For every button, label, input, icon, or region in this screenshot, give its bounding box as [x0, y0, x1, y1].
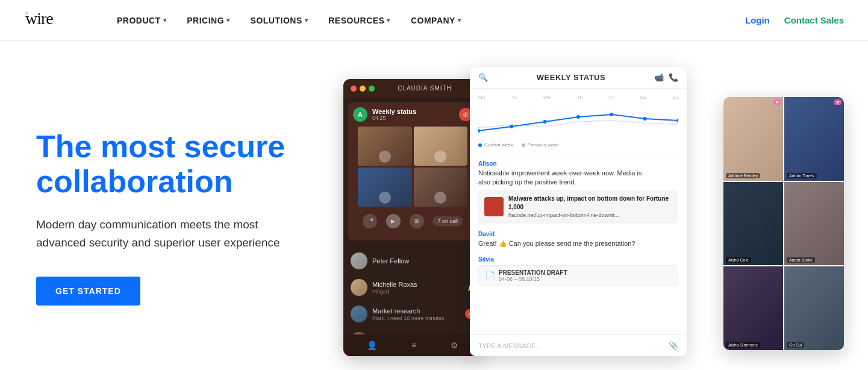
login-link[interactable]: Login: [745, 15, 770, 25]
msg-sender: David: [478, 231, 678, 237]
list-item[interactable]: Michelle Roxas Pinged 🔔: [343, 274, 482, 301]
video-participant: Adriane Bentley ♥: [723, 97, 783, 181]
participant-name: Aisha Cole: [726, 257, 751, 263]
video-call-icon[interactable]: 📹: [654, 73, 664, 82]
traffic-lights: [351, 86, 375, 92]
mute-button[interactable]: 🎤: [363, 214, 377, 228]
message-input-area: TYPE A MESSAGE... 📎: [470, 334, 687, 356]
chevron-down-icon: ▾: [305, 17, 308, 24]
svg-point-7: [643, 117, 647, 121]
logo-text: wire: [24, 8, 72, 32]
message: David Great! 👍 Can you please send me th…: [478, 231, 678, 248]
avatar: [351, 306, 367, 322]
svg-text:wire: wire: [25, 9, 53, 28]
weekly-chart: Mo Tu We Th Fr Sa Su: [470, 89, 687, 154]
pin-badge: ♥: [773, 99, 781, 105]
list-item[interactable]: Market research Marc: I need 10 more min…: [343, 301, 482, 327]
call-avatar: A: [353, 107, 367, 122]
chevron-down-icon: ▾: [163, 17, 167, 24]
tl-red: [351, 86, 357, 92]
video-button[interactable]: ▶: [386, 214, 401, 228]
svg-point-3: [510, 125, 513, 128]
nav-links: PRODUCT ▾ PRICING ▾ SOLUTIONS ▾ RESOURCE…: [108, 11, 745, 30]
participant-name: Aaron Burke: [787, 257, 815, 263]
file-icon: 📄: [485, 271, 495, 280]
file-attachment: 📄 PRESENTATION DRAFT 04-06 – 08.10/15: [478, 265, 678, 286]
article-url: hscode.net/up-impact-on-bottom-line-down…: [508, 212, 672, 219]
attach-icon[interactable]: 📎: [669, 341, 678, 350]
app-dark-panel: CLAUDIA SMITH A Weekly status 04:25 ✆: [343, 79, 482, 356]
hero-title: The most secure collaboration: [36, 130, 313, 198]
online-count: ...: [777, 343, 781, 348]
file-info: 04-06 – 08.10/15: [499, 276, 567, 282]
call-time: 04:25: [372, 115, 454, 121]
video-cell: [414, 127, 468, 166]
convo-name: Market research: [372, 307, 460, 315]
logo[interactable]: wire: [24, 8, 72, 32]
messages-area: Alison Noticeable improvement week-over-…: [470, 154, 687, 299]
phone-icon[interactable]: 📞: [669, 73, 678, 82]
video-cell: [414, 168, 468, 207]
active-call: A Weekly status 04:25 ✆ 🎤 ▶ ⊞: [348, 102, 477, 240]
participant-name: Adrian Torres: [787, 173, 817, 178]
nav-item-pricing[interactable]: PRICING ▾: [178, 11, 238, 30]
call-name: Weekly status: [372, 108, 454, 115]
search-icon[interactable]: 🔍: [478, 73, 488, 82]
msg-text: Great! 👍 Can you please send me the pres…: [478, 239, 647, 248]
app-light-header: 🔍 WEEKLY STATUS 📹 📞: [470, 67, 687, 89]
contact-sales-link[interactable]: Contact Sales: [784, 15, 844, 25]
article-thumb: [484, 197, 504, 216]
convo-name: Peter Fellow: [372, 257, 475, 265]
article-title: Malware attacks up, impact on bottom dow…: [508, 195, 672, 212]
chevron-down-icon: ▾: [226, 17, 230, 24]
app-bottom-nav: 👤 ≡ ⚙: [343, 334, 482, 356]
avatar: [351, 279, 367, 296]
message: Alison Noticeable improvement week-over-…: [478, 160, 678, 224]
msg-text: Noticeable improvement week-over-week no…: [478, 169, 647, 187]
svg-point-1: [25, 11, 28, 15]
call-count: 7 on call: [432, 216, 463, 226]
participant-name: Go Sul: [787, 342, 804, 348]
message-input[interactable]: TYPE A MESSAGE...: [478, 342, 664, 350]
svg-point-6: [610, 113, 613, 116]
navbar: wire PRODUCT ▾ PRICING ▾ SOLUTIONS ▾ RES…: [0, 0, 868, 41]
hero-illustration: CLAUDIA SMITH A Weekly status 04:25 ✆: [337, 67, 844, 368]
share-button[interactable]: ⊞: [410, 214, 424, 228]
nav-item-product[interactable]: PRODUCT ▾: [108, 11, 175, 30]
convo-name: Michelle Roxas: [372, 281, 463, 288]
hero-subtitle: Modern day communication meets the most …: [36, 216, 289, 252]
app-title: WEEKLY STATUS: [493, 73, 649, 82]
video-participant: Go Sul: [784, 266, 844, 350]
article-card: Malware attacks up, impact on bottom dow…: [478, 190, 678, 224]
file-name: PRESENTATION DRAFT: [499, 269, 567, 276]
video-participant: Aisha Cole: [723, 182, 783, 266]
app-dark-username: CLAUDIA SMITH: [398, 85, 452, 92]
settings-icon[interactable]: ⚙: [451, 340, 458, 350]
participant-name: Aisha Simmons: [726, 342, 760, 348]
nav-item-resources[interactable]: RESOURCES ▾: [320, 11, 399, 30]
nav-actions: Login Contact Sales: [745, 15, 844, 25]
video-participant: Adrian Torres ♥: [784, 97, 844, 181]
list-item[interactable]: Peter Fellow: [343, 248, 482, 274]
chevron-down-icon: ▾: [458, 17, 461, 24]
convo-last-msg: Marc: I need 10 more minutes: [372, 315, 460, 321]
hero-content: The most secure collaboration Modern day…: [36, 130, 337, 305]
video-grid: [358, 127, 467, 207]
msg-sender: Alison: [478, 160, 678, 167]
nav-item-company[interactable]: COMPANY ▾: [402, 11, 470, 30]
convo-last-msg: Pinged: [372, 289, 463, 295]
svg-point-8: [676, 119, 678, 122]
legend-previous: Previous week: [522, 142, 559, 148]
chats-icon[interactable]: ≡: [411, 340, 416, 350]
profile-icon[interactable]: 👤: [367, 340, 377, 350]
svg-point-4: [543, 120, 547, 124]
video-call-panel: Adriane Bentley ♥ Adrian Torres ♥ Aisha …: [723, 97, 844, 350]
app-light-panel: 🔍 WEEKLY STATUS 📹 📞 Mo Tu We Th Fr Sa Su: [470, 67, 687, 356]
avatar: [351, 252, 367, 269]
nav-item-solutions[interactable]: SOLUTIONS ▾: [242, 11, 317, 30]
video-participant: Aaron Burke: [784, 182, 844, 266]
call-controls: 🎤 ▶ ⊞ 7 on call: [358, 212, 467, 231]
get-started-button[interactable]: GET STARTED: [36, 277, 140, 306]
hero-section: The most secure collaboration Modern day…: [0, 41, 868, 370]
chevron-down-icon: ▾: [387, 17, 390, 24]
